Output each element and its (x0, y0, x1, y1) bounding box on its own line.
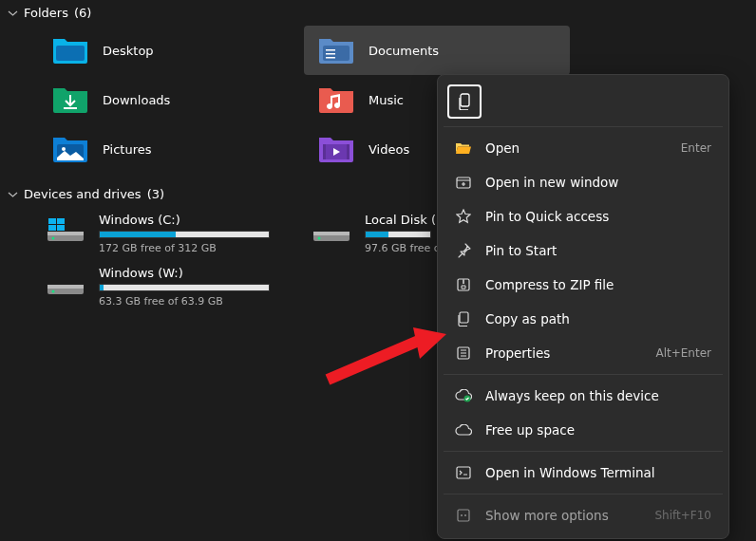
svg-rect-3 (326, 53, 335, 55)
menu-show-more[interactable]: Show more options Shift+F10 (444, 498, 723, 532)
menu-copy-path[interactable]: Copy as path (444, 302, 723, 336)
drive-info: Windows (W:) 63.3 GB free of 63.9 GB (99, 266, 296, 308)
folder-label: Pictures (103, 142, 151, 157)
downloads-folder-icon (51, 84, 89, 115)
svg-point-19 (318, 237, 321, 240)
svg-rect-16 (57, 225, 65, 231)
folder-label: Videos (369, 142, 409, 157)
menu-label: Free up space (485, 422, 711, 438)
menu-free-space[interactable]: Free up space (444, 413, 723, 447)
folder-label: Documents (369, 44, 439, 58)
chevron-down-icon (8, 8, 18, 18)
svg-rect-8 (323, 144, 326, 159)
menu-shortcut: Alt+Enter (655, 346, 711, 360)
annotation-arrow (323, 323, 456, 389)
more-icon (455, 507, 472, 524)
pin-icon (455, 242, 472, 259)
menu-label: Pin to Quick access (485, 209, 711, 224)
svg-rect-0 (56, 46, 85, 61)
menu-label: Open in Windows Terminal (485, 465, 711, 480)
svg-rect-11 (47, 232, 84, 235)
terminal-icon (455, 464, 472, 481)
svg-rect-14 (57, 218, 65, 224)
menu-compress-zip[interactable]: Compress to ZIP file (444, 268, 723, 302)
context-menu-toolbar (444, 81, 723, 122)
menu-terminal[interactable]: Open in Windows Terminal (444, 456, 723, 490)
drive-free-text: 63.3 GB free of 63.9 GB (99, 295, 296, 308)
menu-label: Always keep on this device (485, 388, 711, 403)
folder-documents[interactable]: Documents (304, 26, 570, 75)
menu-label: Compress to ZIP file (485, 277, 711, 292)
svg-rect-9 (347, 144, 350, 159)
menu-label: Properties (485, 345, 642, 361)
menu-label: Copy as path (485, 311, 711, 326)
svg-rect-2 (326, 49, 335, 51)
copy-path-icon (455, 310, 472, 327)
svg-rect-15 (48, 225, 56, 231)
properties-icon (455, 345, 472, 362)
new-window-icon (455, 174, 472, 191)
music-folder-icon (317, 84, 355, 115)
svg-point-6 (62, 147, 66, 151)
menu-shortcut: Enter (681, 141, 711, 155)
drives-title: Devices and drives (24, 187, 142, 201)
cloud-check-icon (455, 387, 472, 404)
svg-rect-21 (47, 285, 84, 289)
drives-count: (3) (147, 187, 164, 201)
drive-c[interactable]: Windows (C:) 172 GB free of 312 GB (38, 207, 304, 260)
folders-section-header[interactable]: Folders (6) (0, 0, 756, 26)
svg-rect-27 (460, 312, 468, 323)
folder-open-icon (455, 140, 472, 157)
menu-always-keep[interactable]: Always keep on this device (444, 379, 723, 413)
svg-rect-18 (313, 232, 350, 235)
menu-divider (444, 126, 723, 127)
svg-point-35 (461, 514, 463, 516)
folder-desktop[interactable]: Desktop (38, 26, 304, 75)
menu-open-new-window[interactable]: Open in new window (444, 165, 723, 199)
documents-folder-icon (317, 35, 355, 65)
videos-folder-icon (317, 134, 355, 164)
copy-button[interactable] (447, 84, 482, 119)
os-drive-icon (46, 216, 85, 245)
drive-icon (312, 216, 351, 245)
folder-label: Desktop (103, 44, 154, 58)
folders-count: (6) (74, 6, 91, 20)
svg-point-22 (52, 290, 55, 293)
zip-icon (455, 276, 472, 293)
svg-point-12 (52, 237, 55, 240)
star-icon (455, 208, 472, 225)
menu-divider (444, 374, 723, 375)
folder-downloads[interactable]: Downloads (38, 75, 304, 124)
svg-rect-34 (458, 510, 469, 521)
menu-divider (444, 451, 723, 452)
drive-usage-bar (365, 231, 431, 238)
chevron-down-icon (8, 189, 18, 199)
svg-point-36 (464, 514, 466, 516)
drive-label: Windows (C:) (99, 213, 296, 227)
folder-label: Downloads (103, 93, 170, 107)
menu-label: Open in new window (485, 175, 711, 190)
drive-w[interactable]: Windows (W:) 63.3 GB free of 63.9 GB (38, 260, 304, 313)
menu-pin-start[interactable]: Pin to Start (444, 233, 723, 268)
cloud-icon (455, 421, 472, 438)
menu-properties[interactable]: Properties Alt+Enter (444, 336, 723, 370)
drive-label: Windows (W:) (99, 266, 296, 280)
menu-pin-quick[interactable]: Pin to Quick access (444, 199, 723, 233)
menu-divider (444, 494, 723, 494)
pictures-folder-icon (51, 134, 89, 164)
folder-label: Music (369, 93, 404, 107)
menu-label: Open (485, 140, 668, 156)
menu-label: Pin to Start (485, 243, 711, 258)
context-menu: Open Enter Open in new window Pin to Qui… (437, 74, 729, 539)
svg-rect-13 (48, 218, 56, 224)
folder-pictures[interactable]: Pictures (38, 124, 304, 174)
svg-rect-23 (461, 94, 469, 106)
menu-open[interactable]: Open Enter (444, 131, 723, 165)
folders-title: Folders (24, 6, 68, 20)
drive-usage-bar (99, 231, 270, 238)
drive-icon (46, 270, 85, 298)
desktop-folder-icon (51, 35, 89, 65)
svg-rect-33 (457, 467, 470, 478)
drive-usage-bar (99, 284, 270, 291)
drive-free-text: 172 GB free of 312 GB (99, 242, 296, 254)
